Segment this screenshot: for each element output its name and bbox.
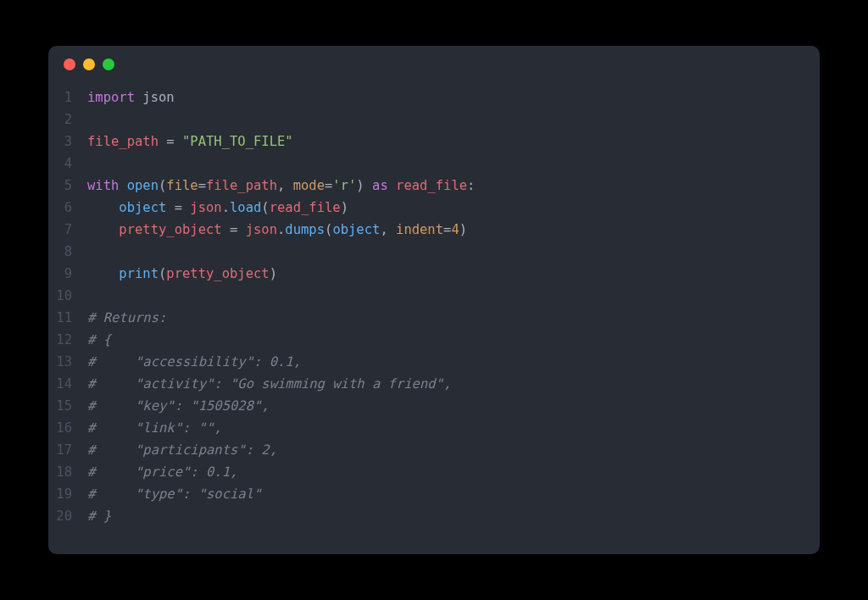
line-content: with open(file=file_path, mode='r') as r… bbox=[87, 175, 475, 197]
line-content: # } bbox=[87, 505, 111, 527]
line-content: # "type": "social" bbox=[87, 483, 261, 505]
line-content: # "accessibility": 0.1, bbox=[87, 351, 301, 373]
line-content: # "activity": "Go swimming with a friend… bbox=[87, 373, 451, 395]
minimize-icon[interactable] bbox=[83, 58, 95, 70]
code-line: 13# "accessibility": 0.1, bbox=[48, 351, 820, 373]
line-number: 1 bbox=[48, 86, 87, 108]
close-icon[interactable] bbox=[64, 58, 75, 70]
code-line: 11# Returns: bbox=[48, 307, 820, 329]
line-content: object = json.load(read_file) bbox=[87, 197, 348, 219]
code-line: 19# "type": "social" bbox=[48, 483, 820, 505]
line-number: 13 bbox=[48, 351, 87, 373]
line-content: # Returns: bbox=[87, 307, 166, 329]
code-line: 17# "participants": 2, bbox=[48, 439, 820, 461]
line-number: 5 bbox=[48, 175, 87, 197]
code-area[interactable]: 1import json23file_path = "PATH_TO_FILE"… bbox=[48, 83, 820, 554]
code-line: 5with open(file=file_path, mode='r') as … bbox=[48, 175, 820, 197]
code-line: 8 bbox=[48, 241, 820, 263]
code-line: 15# "key": "1505028", bbox=[48, 395, 820, 417]
code-editor-window: 1import json23file_path = "PATH_TO_FILE"… bbox=[48, 46, 820, 554]
line-content: file_path = "PATH_TO_FILE" bbox=[87, 131, 293, 153]
line-number: 15 bbox=[48, 395, 87, 417]
code-line: 7 pretty_object = json.dumps(object, ind… bbox=[48, 219, 820, 241]
line-number: 20 bbox=[48, 505, 87, 527]
line-content: # "participants": 2, bbox=[87, 439, 277, 461]
line-number: 10 bbox=[48, 285, 87, 307]
code-line: 6 object = json.load(read_file) bbox=[48, 197, 820, 219]
code-line: 16# "link": "", bbox=[48, 417, 820, 439]
line-number: 7 bbox=[48, 219, 87, 241]
code-line: 10 bbox=[48, 285, 820, 307]
line-number: 16 bbox=[48, 417, 87, 439]
line-content: pretty_object = json.dumps(object, inden… bbox=[87, 219, 467, 241]
line-number: 6 bbox=[48, 197, 87, 219]
line-number: 17 bbox=[48, 439, 87, 461]
line-number: 18 bbox=[48, 461, 87, 483]
code-line: 2 bbox=[48, 108, 820, 131]
code-line: 18# "price": 0.1, bbox=[48, 461, 820, 483]
code-line: 3file_path = "PATH_TO_FILE" bbox=[48, 131, 820, 153]
window-titlebar bbox=[48, 46, 820, 83]
line-content: print(pretty_object) bbox=[87, 263, 277, 285]
code-line: 9 print(pretty_object) bbox=[48, 263, 820, 285]
line-number: 11 bbox=[48, 307, 87, 329]
line-content: # { bbox=[87, 329, 111, 351]
line-number: 14 bbox=[48, 373, 87, 395]
code-line: 12# { bbox=[48, 329, 820, 351]
line-number: 12 bbox=[48, 329, 87, 351]
code-line: 1import json bbox=[48, 86, 820, 108]
line-number: 19 bbox=[48, 483, 87, 505]
line-number: 8 bbox=[48, 241, 87, 263]
line-content: # "link": "", bbox=[87, 417, 222, 439]
line-number: 2 bbox=[48, 108, 87, 131]
line-content: # "key": "1505028", bbox=[87, 395, 270, 417]
code-line: 4 bbox=[48, 153, 820, 175]
line-number: 9 bbox=[48, 263, 87, 285]
line-number: 4 bbox=[48, 153, 87, 175]
line-number: 3 bbox=[48, 131, 87, 153]
line-content: # "price": 0.1, bbox=[87, 461, 237, 483]
maximize-icon[interactable] bbox=[103, 58, 114, 70]
code-line: 20# } bbox=[48, 505, 820, 527]
code-line: 14# "activity": "Go swimming with a frie… bbox=[48, 373, 820, 395]
line-content: import json bbox=[87, 86, 175, 108]
